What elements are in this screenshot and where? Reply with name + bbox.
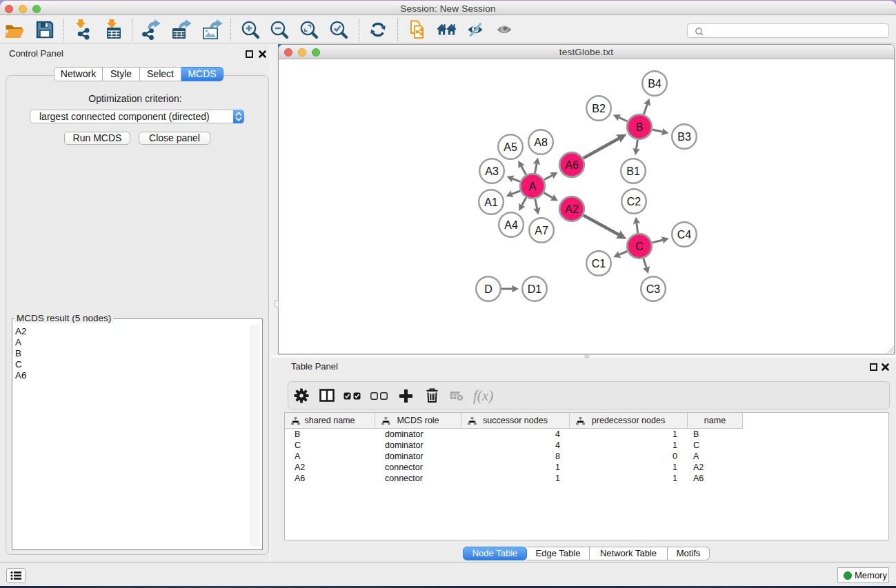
svg-text:B4: B4 <box>648 78 661 90</box>
svg-text:B: B <box>636 121 644 133</box>
svg-text:C2: C2 <box>627 196 641 207</box>
svg-text:A8: A8 <box>534 136 548 148</box>
svg-text:A4: A4 <box>504 219 518 231</box>
svg-text:D1: D1 <box>528 283 542 295</box>
svg-text:A1: A1 <box>484 196 498 208</box>
svg-text:C: C <box>635 241 644 252</box>
svg-text:A6: A6 <box>565 159 579 171</box>
svg-text:A5: A5 <box>504 141 517 153</box>
svg-text:A2: A2 <box>565 203 579 215</box>
svg-text:B3: B3 <box>677 131 691 143</box>
svg-text:A3: A3 <box>485 165 499 177</box>
svg-text:B1: B1 <box>626 165 640 177</box>
svg-text:C1: C1 <box>592 258 606 270</box>
svg-text:C3: C3 <box>646 283 661 295</box>
svg-text:A7: A7 <box>535 225 548 236</box>
svg-text:D: D <box>484 283 492 295</box>
svg-text:C4: C4 <box>677 229 692 241</box>
svg-text:A: A <box>529 181 537 192</box>
svg-text:B2: B2 <box>592 103 606 114</box>
